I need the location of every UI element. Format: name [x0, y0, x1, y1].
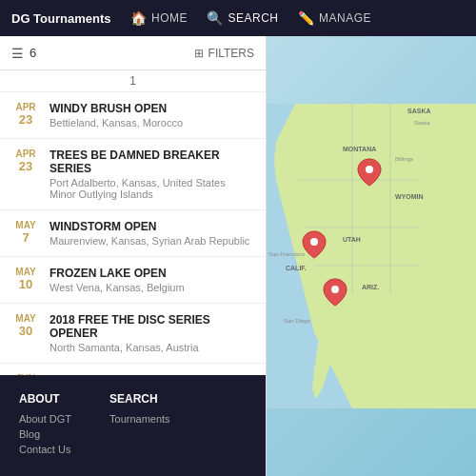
- svg-text:Billings: Billings: [395, 156, 413, 162]
- map-background: SASKA Saska MONTANA Billings WYOMIN NEV.…: [267, 36, 476, 476]
- event-date: May 10: [11, 267, 40, 293]
- svg-text:UTAH: UTAH: [343, 236, 361, 243]
- event-date: Apr 23: [11, 149, 40, 200]
- svg-point-18: [310, 238, 318, 246]
- event-details: TREES BE DAMNED BREAKER SERIES Port Adal…: [50, 149, 254, 200]
- footer-link-blog[interactable]: Blog: [19, 428, 71, 440]
- event-list: Apr 23 WINDY BRUSH OPEN Bettieland, Kans…: [0, 92, 266, 375]
- svg-text:WYOMIN: WYOMIN: [395, 193, 424, 200]
- nav-search[interactable]: 🔍 SEARCH: [207, 10, 279, 26]
- svg-text:ARIZ.: ARIZ.: [362, 284, 379, 290]
- svg-point-19: [331, 286, 339, 293]
- toolbar: ☰ 6 ⊞ FILTERS: [0, 36, 266, 70]
- svg-text:MONTANA: MONTANA: [343, 146, 376, 152]
- navbar: DG Tournaments 🏠 HOME 🔍 SEARCH ✏️ MANAGE: [0, 0, 476, 36]
- event-item[interactable]: Apr 23 TREES BE DAMNED BREAKER SERIES Po…: [0, 139, 266, 210]
- pencil-icon: ✏️: [298, 10, 315, 26]
- event-item[interactable]: Apr 23 WINDY BRUSH OPEN Bettieland, Kans…: [0, 92, 266, 139]
- filter-button[interactable]: ⊞ FILTERS: [194, 47, 254, 60]
- footer-link-contact[interactable]: Contact Us: [19, 444, 71, 455]
- toolbar-left: ☰ 6: [11, 46, 42, 61]
- svg-text:San Francisco: San Francisco: [268, 251, 306, 257]
- list-icon: ☰: [11, 46, 24, 61]
- footer-link-about-dgt[interactable]: About DGT: [19, 413, 71, 425]
- event-details: WINDY BRUSH OPEN Bettieland, Kansas, Mor…: [50, 102, 254, 129]
- left-panel: ☰ 6 ⊞ FILTERS 1 Apr 23 WINDY BRUSH OPEN: [0, 36, 267, 476]
- event-details: FROZEN LAKE OPEN West Vena, Kansas, Belg…: [50, 267, 254, 293]
- svg-text:San Diego: San Diego: [284, 318, 311, 324]
- footer: ABOUT About DGT Blog Contact Us SEARCH T…: [0, 375, 266, 476]
- event-item[interactable]: May 30 2018 FREE THE DISC SERIES OPENER …: [0, 304, 266, 364]
- result-count: 6: [30, 46, 36, 60]
- event-details: WINDSTORM OPEN Maurenview, Kansas, Syria…: [50, 220, 254, 247]
- event-item[interactable]: May 10 FROZEN LAKE OPEN West Vena, Kansa…: [0, 257, 266, 304]
- event-date: Apr 23: [11, 102, 40, 129]
- event-date: May 7: [11, 220, 40, 247]
- filter-icon: ⊞: [194, 47, 204, 60]
- event-item[interactable]: May 7 WINDSTORM OPEN Maurenview, Kansas,…: [0, 210, 266, 257]
- brand: DG Tournaments: [11, 11, 111, 26]
- footer-about-col: ABOUT About DGT Blog Contact Us: [19, 392, 71, 459]
- svg-point-17: [366, 166, 373, 173]
- svg-text:Saska: Saska: [414, 120, 430, 126]
- footer-search-col: SEARCH Tournaments: [109, 392, 170, 459]
- nav-manage[interactable]: ✏️ MANAGE: [298, 10, 372, 26]
- event-date: May 30: [11, 313, 40, 353]
- page-number: 1: [0, 70, 266, 92]
- event-item[interactable]: Jun 1 GREEN MEADOW SUNSHINE SERIES West …: [0, 364, 266, 375]
- footer-link-tournaments[interactable]: Tournaments: [109, 413, 170, 425]
- event-details: 2018 FREE THE DISC SERIES OPENER North S…: [50, 313, 254, 353]
- svg-text:CALIF.: CALIF.: [286, 265, 307, 271]
- search-icon: 🔍: [207, 10, 224, 26]
- map-svg: SASKA Saska MONTANA Billings WYOMIN NEV.…: [267, 36, 476, 476]
- svg-text:SASKA: SASKA: [407, 108, 431, 114]
- main-layout: ☰ 6 ⊞ FILTERS 1 Apr 23 WINDY BRUSH OPEN: [0, 36, 476, 476]
- map-panel: SASKA Saska MONTANA Billings WYOMIN NEV.…: [267, 36, 476, 476]
- home-icon: 🏠: [130, 10, 148, 26]
- nav-home[interactable]: 🏠 HOME: [130, 10, 188, 26]
